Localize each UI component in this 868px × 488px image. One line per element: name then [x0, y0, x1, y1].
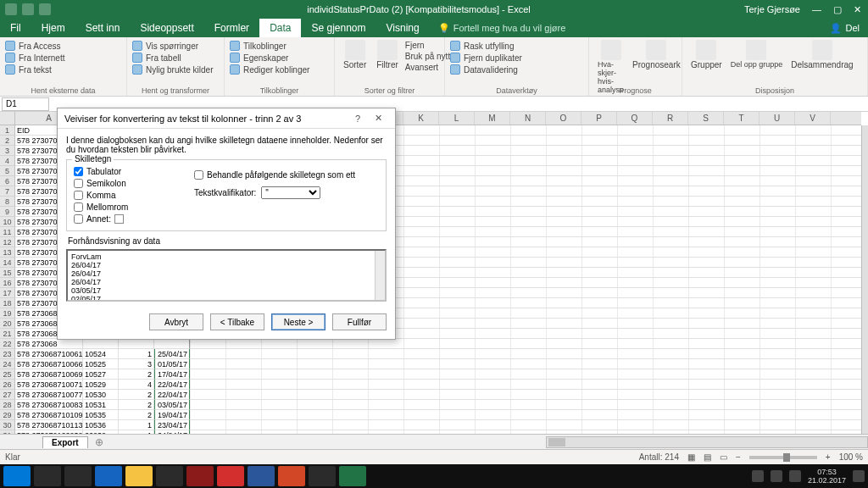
from-web[interactable]: Fra Internett — [5, 52, 121, 64]
web-icon — [5, 53, 15, 63]
name-box[interactable] — [2, 97, 49, 111]
subtotal-button[interactable]: Delsammendrag — [787, 40, 856, 69]
tray-chevron-icon[interactable] — [752, 470, 764, 482]
properties[interactable]: Egenskaper — [230, 52, 329, 64]
tab-settinn[interactable]: Sett inn — [75, 19, 131, 37]
chk-space[interactable]: Mellomrom — [74, 202, 379, 212]
text-icon — [5, 64, 15, 75]
table-row[interactable]: 26578 27306871007110529422/04/17 — [0, 380, 861, 390]
sheet-tab-export[interactable]: Export — [42, 436, 88, 448]
from-text[interactable]: Fra tekst — [5, 64, 121, 75]
redo-icon[interactable] — [39, 3, 51, 15]
zoom-slider[interactable] — [749, 456, 817, 459]
recent-icon — [132, 64, 142, 75]
ungroup-button[interactable]: Del opp gruppe — [727, 40, 787, 69]
recent-sources[interactable]: Nylig brukte kilder — [132, 64, 219, 75]
close-icon[interactable]: ✕ — [854, 4, 861, 15]
finish-button[interactable]: Fullfør — [332, 313, 387, 330]
store-icon[interactable] — [156, 466, 183, 486]
chk-consecutive[interactable]: Behandle påfølgende skilletegn som ett — [194, 170, 355, 180]
restore-icon[interactable]: ▢ — [833, 4, 842, 15]
window-title: individStatusPrDato (2) [Kompatibilitets… — [93, 4, 744, 14]
data-validation[interactable]: Datavalidering — [450, 64, 583, 75]
connections[interactable]: Tilkoblinger — [230, 40, 329, 52]
show-queries[interactable]: Vis spørringer — [132, 40, 219, 52]
tab-data[interactable]: Data — [259, 19, 301, 37]
props-icon — [230, 53, 240, 63]
start-icon[interactable] — [3, 466, 31, 486]
back-button[interactable]: < Tilbake — [210, 313, 264, 330]
table-row[interactable]: 25578 27306871006910527217/04/17 — [0, 369, 861, 380]
mega-icon[interactable] — [217, 466, 244, 486]
view-layout-icon[interactable]: ▤ — [704, 452, 711, 462]
zoom-level: 100 % — [839, 452, 863, 462]
sort-button[interactable]: Sorter — [340, 40, 370, 73]
table-row[interactable]: 28578 27306871008310531203/05/17 — [0, 400, 861, 410]
edge-icon[interactable] — [95, 466, 122, 486]
search-icon[interactable] — [34, 466, 61, 486]
queries-icon — [132, 41, 142, 51]
tab-visning[interactable]: Visning — [376, 19, 430, 37]
flash-fill[interactable]: Rask utfylling — [450, 40, 583, 52]
share-button[interactable]: 👤 Del — [830, 19, 868, 37]
remove-dupes[interactable]: Fjern duplikater — [450, 52, 583, 64]
tab-formler[interactable]: Formler — [204, 19, 259, 37]
taskbar-clock[interactable]: 07:5321.02.2017 — [808, 468, 846, 485]
preview-scrollbar[interactable] — [375, 251, 385, 300]
table-row[interactable]: 29578 27306871010910535219/04/17 — [0, 410, 861, 420]
dialog-close-icon[interactable]: ✕ — [368, 113, 388, 124]
worksheet[interactable]: A B C D E F G H I J K L M N O P Q R S T … — [0, 112, 868, 449]
tray-network-icon[interactable] — [771, 470, 782, 482]
group-label: Hent eksterne data — [0, 86, 126, 95]
word-icon[interactable] — [248, 466, 275, 486]
group-button[interactable]: Grupper — [687, 40, 726, 69]
tell-me[interactable]: 💡 Fortell meg hva du vil gjøre — [430, 19, 575, 37]
vertical-scrollbar[interactable] — [861, 125, 868, 434]
text-qualifier-select[interactable]: " — [261, 186, 320, 199]
title-bar: individStatusPrDato (2) [Kompatibilitets… — [0, 0, 868, 19]
cancel-button[interactable]: Avbryt — [149, 313, 203, 330]
horizontal-scrollbar[interactable] — [546, 436, 868, 448]
clear-filter[interactable]: Fjern — [405, 40, 450, 51]
undo-icon[interactable] — [22, 3, 34, 15]
tray-volume-icon[interactable] — [789, 470, 801, 482]
user-name: Terje Gjersøe — [744, 4, 800, 14]
chk-other[interactable]: Annet: — [74, 214, 379, 224]
other-delimiter-input[interactable] — [114, 214, 124, 224]
powerpoint-icon[interactable] — [278, 466, 305, 486]
explorer-icon[interactable] — [125, 466, 153, 486]
table-row[interactable]: 27578 27306871007710530222/04/17 — [0, 390, 861, 400]
filter-button[interactable]: Filtrer — [373, 40, 402, 73]
excel-icon[interactable] — [339, 466, 366, 486]
tab-segjennom[interactable]: Se gjennom — [301, 19, 376, 37]
zoom-out[interactable]: − — [736, 452, 741, 462]
ribbon-body: Fra Access Fra Internett Fra tekst Hent … — [0, 37, 868, 97]
access-icon — [5, 41, 15, 51]
tab-fil[interactable]: Fil — [0, 19, 31, 37]
table-row[interactable]: 23578 27306871006110524125/04/17 — [0, 349, 861, 359]
add-sheet-icon[interactable]: ⊕ — [95, 436, 103, 448]
link-icon — [230, 41, 240, 51]
status-count: Antall: 214 — [639, 452, 679, 462]
view-normal-icon[interactable]: ▦ — [687, 452, 695, 462]
table-row[interactable]: 24578 27306871006610525301/05/17 — [0, 359, 861, 369]
next-button[interactable]: Neste > — [271, 313, 326, 330]
view-break-icon[interactable]: ▭ — [720, 452, 727, 462]
from-table[interactable]: Fra tabell — [132, 52, 219, 64]
edit-links[interactable]: Rediger koblinger — [230, 64, 329, 75]
from-access[interactable]: Fra Access — [5, 40, 121, 52]
reapply-filter[interactable]: Bruk på nytt — [405, 51, 450, 62]
app-icon[interactable] — [186, 466, 214, 486]
zoom-in[interactable]: + — [826, 452, 831, 462]
dialog-help-icon[interactable]: ? — [348, 114, 368, 124]
tray-notifications-icon[interactable] — [853, 470, 865, 482]
table-row[interactable]: 30578 27306871011310536123/04/17 — [0, 420, 861, 430]
table-row[interactable]: 22578 273068 — [0, 339, 861, 349]
tab-sideoppsett[interactable]: Sideoppsett — [130, 19, 203, 37]
tab-hjem[interactable]: Hjem — [31, 19, 75, 37]
chrome-icon[interactable] — [309, 466, 336, 486]
advanced-filter[interactable]: Avansert — [405, 62, 450, 73]
save-icon[interactable] — [5, 3, 17, 15]
taskview-icon[interactable] — [64, 466, 92, 486]
minimize-icon[interactable]: — — [812, 4, 821, 14]
